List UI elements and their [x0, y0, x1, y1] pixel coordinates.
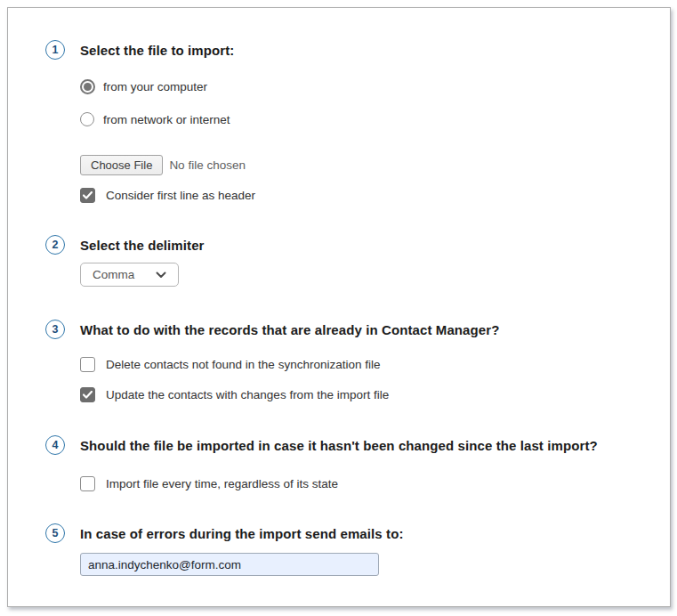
step-select-delimiter: 2 Select the delimiter Comma [45, 235, 670, 287]
checkbox-update-contacts-label: Update the contacts with changes from th… [106, 388, 389, 401]
step-1-title: Select the file to import: [80, 43, 234, 58]
checkbox-row-first-line-header[interactable]: Consider first line as header [80, 188, 670, 203]
step-5-body [80, 543, 670, 576]
step-existing-records: 3 What to do with the records that are a… [45, 320, 670, 402]
delimiter-select-value: Comma [93, 268, 134, 281]
delimiter-select[interactable]: Comma [80, 263, 179, 287]
checkbox-checked-icon[interactable] [80, 387, 95, 402]
step-4-title: Should the file be imported in case it h… [80, 438, 598, 453]
step-2-body: Comma [80, 263, 670, 287]
step-4-body: Import file every time, regardless of it… [80, 476, 670, 491]
import-wizard-form: 1 Select the file to import: from your c… [8, 8, 670, 576]
step-5-title: In case of errors during the import send… [80, 526, 404, 541]
checkbox-row-import-every-time[interactable]: Import file every time, regardless of it… [80, 476, 670, 491]
step-3-title: What to do with the records that are alr… [80, 322, 499, 337]
radio-row-from-network[interactable]: from network or internet [80, 112, 670, 126]
checkmark-icon [83, 391, 93, 399]
radio-unselected-icon[interactable] [80, 112, 94, 126]
step-select-file: 1 Select the file to import: from your c… [45, 40, 670, 203]
file-status-text: No file chosen [169, 158, 246, 172]
checkbox-row-delete-contacts[interactable]: Delete contacts not found in the synchro… [80, 357, 670, 372]
radio-row-from-computer[interactable]: from your computer [80, 79, 670, 94]
checkbox-import-every-time-label: Import file every time, regardless of it… [106, 477, 338, 490]
checkbox-row-update-contacts[interactable]: Update the contacts with changes from th… [80, 387, 670, 402]
step-5-header: 5 In case of errors during the import se… [45, 523, 670, 543]
step-1-number-badge: 1 [45, 40, 65, 60]
import-settings-panel: 1 Select the file to import: from your c… [7, 7, 671, 607]
checkbox-delete-contacts-label: Delete contacts not found in the synchro… [106, 358, 380, 371]
checkbox-unchecked-icon[interactable] [80, 357, 95, 372]
error-email-input[interactable] [80, 553, 379, 576]
checkmark-icon [83, 191, 93, 199]
step-error-emails: 5 In case of errors during the import se… [45, 523, 670, 576]
step-2-header: 2 Select the delimiter [45, 235, 670, 255]
step-3-body: Delete contacts not found in the synchro… [80, 357, 670, 402]
file-picker-row: Choose File No file chosen [80, 155, 670, 175]
checkbox-unchecked-icon[interactable] [80, 476, 95, 491]
chevron-down-icon [156, 272, 166, 279]
step-3-header: 3 What to do with the records that are a… [45, 320, 670, 339]
radio-from-network-label: from network or internet [103, 113, 230, 126]
checkbox-first-line-header-label: Consider first line as header [106, 189, 255, 202]
step-1-header: 1 Select the file to import: [45, 40, 670, 60]
step-3-number-badge: 3 [45, 320, 65, 339]
radio-dot-icon [84, 83, 92, 91]
radio-from-computer-label: from your computer [103, 80, 207, 93]
choose-file-button[interactable]: Choose File [80, 155, 163, 175]
step-1-body: from your computer from network or inter… [80, 79, 670, 203]
step-4-number-badge: 4 [45, 435, 65, 455]
step-2-title: Select the delimiter [80, 238, 205, 253]
step-unchanged-file: 4 Should the file be imported in case it… [45, 435, 670, 491]
radio-selected-icon[interactable] [80, 79, 95, 94]
step-2-number-badge: 2 [45, 235, 65, 255]
step-4-header: 4 Should the file be imported in case it… [45, 435, 670, 455]
checkbox-checked-icon[interactable] [80, 188, 95, 203]
step-5-number-badge: 5 [45, 523, 65, 543]
